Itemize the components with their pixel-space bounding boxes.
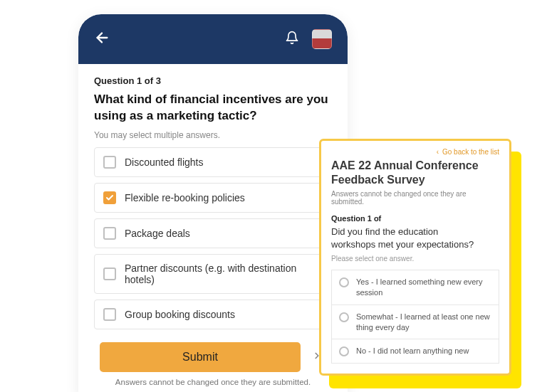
phone-frame: Question 1 of 3 What kind of financial i… (78, 14, 348, 392)
option-row[interactable]: Group booking discounts (94, 300, 332, 329)
popup-option-row[interactable]: No - I did not learn anything new (331, 339, 499, 364)
question-counter: Question 1 of 3 (94, 75, 332, 86)
popup-title: AAE 22 Annual Conference Feedback Survey (331, 159, 499, 187)
option-label: Package deals (125, 228, 190, 239)
option-row[interactable]: Package deals (94, 218, 332, 248)
popup-options-list: Yes - I learned something new every sess… (331, 270, 499, 364)
radio-icon (339, 346, 349, 356)
feedback-popup: ‹ Go back to the list AAE 22 Annual Conf… (319, 139, 511, 376)
option-row[interactable]: Discounted flights (94, 147, 332, 177)
checkbox-icon (103, 227, 116, 240)
popup-option-label: No - I did not learn anything new (356, 346, 469, 356)
submit-button[interactable]: Submit (100, 342, 301, 372)
popup-option-label: Somewhat - I learned at least one new th… (356, 312, 491, 333)
select-hint: You may select multiple answers. (94, 130, 332, 140)
option-row[interactable]: Partner discounts (e.g. with destination… (94, 254, 332, 294)
checkbox-icon (103, 308, 116, 321)
popup-select-hint: Please select one answer. (331, 255, 499, 263)
popup-back-link[interactable]: ‹ Go back to the list (331, 148, 499, 156)
radio-icon (339, 277, 349, 287)
app-header (78, 14, 348, 64)
bell-icon[interactable] (285, 31, 299, 48)
footnote: Answers cannot be changed once they are … (94, 378, 332, 386)
chevron-left-icon: ‹ (437, 148, 439, 156)
option-label: Group booking discounts (125, 309, 235, 320)
question-title: What kind of financial incentives are yo… (94, 92, 332, 125)
popup-back-label: Go back to the list (442, 148, 499, 156)
popup-subtitle: Answers cannot be changed once they are … (331, 190, 499, 206)
option-label: Flexible re-booking policies (125, 192, 245, 203)
option-label: Discounted flights (125, 157, 204, 168)
popup-option-row[interactable]: Somewhat - I learned at least one new th… (331, 305, 499, 340)
option-label: Partner discounts (e.g. with destination… (125, 263, 323, 285)
popup-question: Did you find the education workshops met… (331, 226, 499, 250)
survey-body: Question 1 of 3 What kind of financial i… (78, 64, 348, 386)
popup-question-counter: Question 1 of (331, 214, 499, 223)
checkbox-icon (103, 267, 116, 280)
checkbox-icon (103, 156, 116, 169)
avatar[interactable] (312, 29, 332, 49)
popup-option-label: Yes - I learned something new every sess… (356, 277, 491, 298)
radio-icon (339, 312, 349, 322)
options-list: Discounted flights Flexible re-booking p… (94, 147, 332, 329)
option-row[interactable]: Flexible re-booking policies (94, 183, 332, 213)
back-icon[interactable] (94, 30, 110, 48)
popup-option-row[interactable]: Yes - I learned something new every sess… (331, 270, 499, 305)
submit-row: Submit (94, 342, 332, 372)
checkbox-icon (103, 191, 116, 204)
